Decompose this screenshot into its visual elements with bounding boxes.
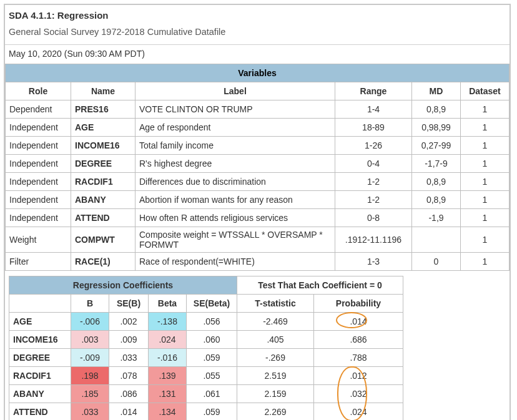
cell-dataset: 1 [461,227,510,253]
coef-header-left: Regression Coefficients [9,276,237,295]
col-blank [9,295,71,313]
cell-beta: .134 [149,403,187,421]
cell-role: Independent [6,173,71,191]
cell-var: DEGREE [9,349,71,367]
cell-seb: .009 [109,331,149,349]
cell-seb: .086 [109,385,149,403]
variables-header: Variables [6,64,510,82]
cell-range: 1-2 [335,173,412,191]
page-title: SDA 4.1.1: Regression [9,10,506,21]
cell-role: Filter [6,253,71,271]
cell-beta: -.138 [149,313,187,331]
cell-sebeta: .056 [187,313,237,331]
cell-dataset: 1 [461,173,510,191]
cell-p: .012 [314,367,403,385]
cell-role: Independent [6,209,71,227]
cell-range: 0-8 [335,209,412,227]
cell-t: 2.519 [237,367,314,385]
cell-md: 0,8,9 [412,173,461,191]
cell-t: -2.469 [237,313,314,331]
cell-t: 2.269 [237,403,314,421]
cell-t: 2.159 [237,385,314,403]
cell-range: 1-26 [335,137,412,155]
cell-label: VOTE CLINTON OR TRUMP [135,100,335,119]
col-beta: Beta [149,295,187,313]
variables-col-headers: Role Name Label Range MD Dataset [6,82,510,100]
cell-var: ABANY [9,385,71,403]
cell-dataset: 1 [461,253,510,271]
col-range: Range [335,82,412,100]
table-row: IndependentRACDIF1Differences due to dis… [6,173,510,191]
cell-md: 0,98,99 [412,119,461,137]
cell-var: AGE [9,313,71,331]
window: SDA 4.1.1: Regression General Social Sur… [4,4,511,420]
cell-b: -.006 [71,313,109,331]
table-row: IndependentAGEAge of respondent18-890,98… [6,119,510,137]
table-row: DEGREE-.009.033-.016.059-.269.788 [9,349,403,367]
cell-label: Abortion if woman wants for any reason [135,191,335,209]
cell-seb: .002 [109,313,149,331]
cell-label: Age of respondent [135,119,335,137]
cell-range: 1-2 [335,191,412,209]
cell-sebeta: .055 [187,367,237,385]
col-p: Probability [314,295,403,313]
cell-label: Race of respondent(=WHITE) [135,253,335,271]
header: SDA 4.1.1: Regression General Social Sur… [5,5,510,44]
cell-p: .032 [314,385,403,403]
cell-md: 0,8,9 [412,191,461,209]
cell-name: PRES16 [71,100,135,119]
cell-beta: .131 [149,385,187,403]
cell-label: Total family income [135,137,335,155]
col-seb: SE(B) [109,295,149,313]
cell-md: -1,9 [412,209,461,227]
cell-b: .033 [71,403,109,421]
cell-b: -.009 [71,349,109,367]
table-row: WeightCOMPWTComposite weight = WTSSALL *… [6,227,510,253]
cell-beta: .024 [149,331,187,349]
cell-seb: .033 [109,349,149,367]
table-row: AGE-.006.002-.138.056-2.469.014 [9,313,403,331]
cell-label: How often R attends religious services [135,209,335,227]
cell-role: Weight [6,227,71,253]
cell-name: RACDIF1 [71,173,135,191]
cell-b: .003 [71,331,109,349]
col-role: Role [6,82,71,100]
cell-name: AGE [71,119,135,137]
cell-dataset: 1 [461,100,510,119]
cell-label: R's highest degree [135,155,335,173]
col-label: Label [135,82,335,100]
cell-seb: .014 [109,403,149,421]
cell-dataset: 1 [461,137,510,155]
col-sebeta: SE(Beta) [187,295,237,313]
cell-b: .198 [71,367,109,385]
table-row: ABANY.185.086.131.0612.159.032 [9,385,403,403]
col-dataset: Dataset [461,82,510,100]
coef-header-right: Test That Each Coefficient = 0 [237,276,403,295]
cell-name: DEGREE [71,155,135,173]
cell-name: RACE(1) [71,253,135,271]
col-t: T-statistic [237,295,314,313]
cell-sebeta: .059 [187,349,237,367]
cell-name: ABANY [71,191,135,209]
cell-beta: -.016 [149,349,187,367]
cell-range: 0-4 [335,155,412,173]
col-md: MD [412,82,461,100]
variables-table: Variables Role Name Label Range MD Datas… [5,64,510,271]
col-b: B [71,295,109,313]
cell-t: .405 [237,331,314,349]
coefficients-table: Regression Coefficients Test That Each C… [9,276,403,420]
cell-t: -.269 [237,349,314,367]
col-name: Name [71,82,135,100]
cell-name: COMPWT [71,227,135,253]
cell-dataset: 1 [461,209,510,227]
table-row: IndependentABANYAbortion if woman wants … [6,191,510,209]
cell-range: 1-4 [335,100,412,119]
cell-name: ATTEND [71,209,135,227]
cell-p: .014 [314,313,403,331]
cell-md: 0 [412,253,461,271]
cell-p: .686 [314,331,403,349]
table-row: ATTEND.033.014.134.0592.269.024 [9,403,403,421]
cell-range: .1912-11.1196 [335,227,412,253]
table-row: IndependentINCOME16Total family income1-… [6,137,510,155]
cell-sebeta: .061 [187,385,237,403]
